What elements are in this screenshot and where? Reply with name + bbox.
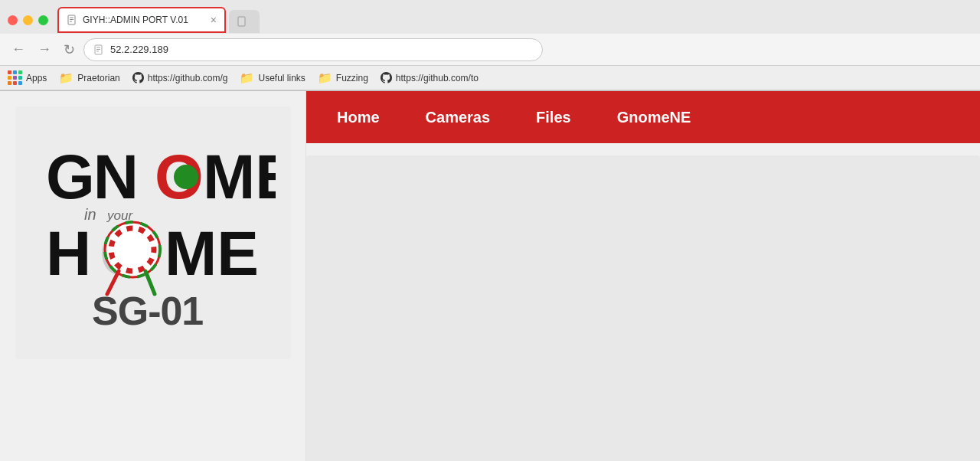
nav-menu-home[interactable]: Home: [337, 109, 380, 126]
svg-text:GN: GN: [46, 142, 137, 211]
svg-text:ME: ME: [203, 142, 276, 211]
github-icon: [132, 72, 144, 83]
nav-menu: Home Cameras Files GnomeNE: [306, 91, 980, 143]
tab-bar: GIYH::ADMIN PORT V.01 ×: [57, 7, 972, 33]
logo-container: GN O ME in your H O: [15, 106, 291, 359]
address-favicon-icon: [93, 44, 104, 55]
fuzzing-label: Fuzzing: [336, 73, 368, 83]
github1-label: https://github.com/g: [148, 73, 228, 83]
useful-links-label: Useful links: [258, 73, 305, 83]
folder-icon-2: 📁: [240, 71, 254, 85]
svg-text:H: H: [46, 218, 91, 288]
github-icon-2: [381, 72, 392, 83]
window-controls: [8, 15, 48, 25]
apps-grid-icon: [8, 70, 22, 85]
svg-text:SG-01: SG-01: [92, 289, 203, 333]
tab-favicon-icon: [67, 15, 77, 25]
github2-label: https://github.com/to: [396, 73, 479, 83]
praetorian-label: Praetorian: [77, 73, 119, 83]
left-panel: GN O ME in your H O: [0, 91, 306, 461]
bookmarks-bar: Apps 📁 Praetorian https://github.com/g 📁…: [0, 66, 980, 90]
folder-icon-3: 📁: [318, 71, 332, 85]
page-content: GN O ME in your H O: [0, 91, 980, 461]
svg-text:ME: ME: [165, 218, 259, 288]
content-area: [306, 143, 980, 461]
content-card: [306, 155, 980, 461]
tab-close-button[interactable]: ×: [211, 15, 217, 25]
address-text: 52.2.229.189: [110, 44, 168, 55]
nav-menu-cameras[interactable]: Cameras: [426, 109, 491, 126]
nav-menu-files[interactable]: Files: [536, 109, 571, 126]
bookmark-github2[interactable]: https://github.com/to: [381, 72, 479, 83]
title-bar: GIYH::ADMIN PORT V.01 ×: [0, 0, 980, 34]
active-tab[interactable]: GIYH::ADMIN PORT V.01 ×: [57, 7, 226, 33]
inactive-tab-icon: [237, 16, 247, 27]
reload-button[interactable]: ↻: [60, 40, 79, 60]
bookmark-apps[interactable]: Apps: [8, 70, 47, 85]
svg-rect-4: [238, 17, 245, 26]
nav-bar: ← → ↻ 52.2.229.189: [0, 34, 980, 66]
bookmark-github1[interactable]: https://github.com/g: [132, 72, 228, 83]
close-window-button[interactable]: [8, 15, 18, 25]
maximize-window-button[interactable]: [38, 15, 48, 25]
forward-button[interactable]: →: [34, 40, 55, 59]
bookmark-fuzzing[interactable]: 📁 Fuzzing: [318, 71, 368, 85]
bookmark-praetorian[interactable]: 📁 Praetorian: [59, 71, 119, 85]
minimize-window-button[interactable]: [23, 15, 33, 25]
apps-label: Apps: [26, 73, 47, 83]
inactive-tab[interactable]: [229, 10, 260, 33]
bookmark-useful-links[interactable]: 📁 Useful links: [240, 71, 305, 85]
browser-chrome: GIYH::ADMIN PORT V.01 × ← → ↻ 52.2.229.1…: [0, 0, 980, 91]
folder-icon: 📁: [59, 71, 74, 85]
right-panel: Home Cameras Files GnomeNE: [306, 91, 980, 461]
tab-title: GIYH::ADMIN PORT V.01: [83, 15, 206, 25]
giyh-logo: GN O ME in your H O: [31, 129, 276, 344]
svg-point-11: [174, 165, 198, 189]
address-bar[interactable]: 52.2.229.189: [83, 38, 543, 61]
nav-menu-gnomene[interactable]: GnomeNE: [617, 109, 691, 126]
back-button[interactable]: ←: [8, 40, 29, 59]
